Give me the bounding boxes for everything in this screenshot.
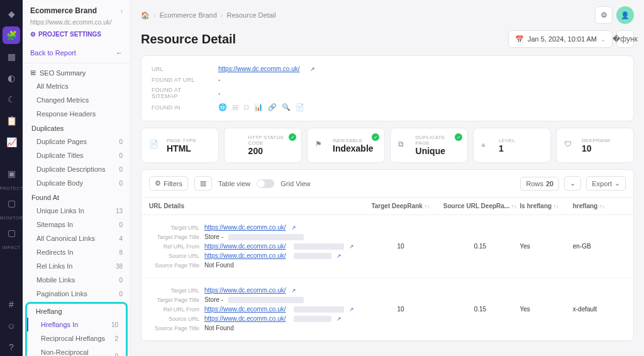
sidebar-item[interactable]: Hreflangs In10 [27, 318, 126, 331]
topbar: 🏠 › Ecommerce Brand › Resource Detail ⚙ … [131, 0, 644, 30]
date-picker[interactable]: 📅 Jan 5, 2024, 10:01 AM ⌄ [508, 30, 613, 48]
external-link-icon[interactable]: ↗ [336, 316, 341, 322]
rail-protect-icon[interactable]: ▣ [3, 165, 20, 182]
sidebar-item[interactable]: All Metrics [23, 79, 130, 93]
sidebar-item[interactable]: Changed Metrics [23, 93, 130, 107]
external-link-icon[interactable]: ↗ [310, 66, 315, 72]
sidebar-item[interactable]: Duplicate Body0 [23, 176, 130, 190]
rail-clipboard-icon[interactable]: 📋 [3, 112, 20, 130]
rail-dashboard-icon[interactable]: ◐ [3, 69, 20, 87]
seo-summary-header[interactable]: ⊞ SEO Summary [23, 64, 130, 79]
settings-button[interactable]: ⚙ [595, 6, 613, 24]
sidebar-item[interactable]: Redirects In8 [23, 245, 130, 259]
stat-icon: 🛡 [564, 140, 575, 151]
external-link-icon[interactable]: ↗ [291, 287, 296, 294]
found-in-icons: 🌐▤⊡📊🔗🔍📄 [218, 103, 304, 111]
sidebar-item[interactable]: Duplicate Descriptions0 [23, 162, 130, 176]
col-source-deeprank[interactable]: Source URL DeepRa... ↑↓ [440, 203, 519, 209]
link-icon: 🔗 [268, 103, 277, 111]
rel-url-link[interactable]: https://www.dc.ecomm.co.uk/ [204, 243, 286, 250]
rail-monitor-icon[interactable]: ▢ [3, 194, 20, 212]
target-url-link[interactable]: https://www.dc.ecomm.co.uk/ [204, 287, 286, 294]
brand-url: https://www.dc.ecomm.co.uk/ [23, 19, 130, 26]
chevron-right-icon[interactable]: › [121, 8, 123, 14]
search-icon: 🔍 [282, 103, 291, 111]
col-is-hreflang[interactable]: Is hreflang ↑↓ [520, 203, 573, 209]
resource-url[interactable]: https://www.dc.ecomm.co.uk/ [218, 65, 300, 72]
sidebar-item[interactable]: All Canonical Links4 [23, 231, 130, 245]
doc-icon: 📄 [296, 103, 304, 111]
share-button[interactable]: �функ [616, 30, 634, 48]
sidebar-item[interactable]: Unique Links In13 [23, 204, 130, 218]
stat-card: 📄PAGE TYPEHTML [141, 128, 219, 163]
rail-impact-icon[interactable]: ▢ [3, 224, 20, 242]
stat-icon [232, 140, 242, 151]
sidebar-item[interactable]: Duplicate Titles0 [23, 148, 130, 162]
project-settings-link[interactable]: ⚙ PROJECT SETTINGS [23, 26, 130, 43]
stat-icon: ⟁ [481, 140, 492, 151]
external-link-icon[interactable]: ↗ [349, 243, 354, 250]
canonical-icon: ⊡ [243, 103, 249, 111]
check-icon: ✓ [455, 133, 462, 141]
stat-card: 🛡DEEPRANK10 [556, 128, 634, 163]
col-url-details[interactable]: URL Details [149, 203, 361, 209]
rel-url-link[interactable]: https://www.dc.ecomm.co.uk/ [204, 306, 286, 313]
sidebar-item[interactable]: Sitemaps In0 [23, 218, 130, 231]
rail-smile-icon[interactable]: ☺ [3, 317, 20, 335]
hreflang-header[interactable]: Hreflang [27, 304, 126, 318]
chevron-down-icon: ⌄ [601, 36, 606, 43]
sliders-icon: ⚙ [155, 179, 161, 187]
rail-apps-icon[interactable]: ▦ [3, 48, 20, 65]
col-target-deeprank[interactable]: Target DeepRank ↑↓ [361, 203, 440, 209]
back-to-report[interactable]: Back to Report ← [23, 43, 130, 64]
gear-icon: ⚙ [30, 31, 36, 38]
crumb-brand[interactable]: Ecommerce Brand [160, 11, 217, 19]
sidebar-item[interactable]: Reciprocal Hreflangs2 [27, 331, 126, 345]
rail-help-icon[interactable]: ? [3, 338, 20, 356]
grid-icon: ⊞ [30, 69, 36, 77]
sidebar-item[interactable]: Duplicate Pages0 [23, 135, 130, 148]
grid-view-label: Grid View [280, 180, 310, 187]
stat-card: ⧉DUPLICATE PAGEUnique✓ [390, 128, 468, 163]
columns-button[interactable]: ▥ [194, 176, 212, 191]
rows-dropdown[interactable]: ⌄ [564, 176, 581, 191]
target-url-link[interactable]: https://www.dc.ecomm.co.uk/ [204, 224, 286, 231]
source-url-link[interactable]: https://www.dc.ecomm.co.uk/ [204, 252, 286, 259]
external-link-icon[interactable]: ↗ [336, 253, 341, 259]
sidebar-item[interactable]: Non-Reciprocal Hreflangs0 [27, 345, 126, 356]
external-link-icon[interactable]: ↗ [349, 306, 354, 313]
duplicates-header[interactable]: Duplicates [23, 121, 130, 135]
rail-analyze[interactable]: 🧩 [3, 26, 20, 44]
export-button[interactable]: Export ⌄ [586, 176, 626, 191]
stat-icon: ⧉ [398, 140, 409, 151]
rail-logo[interactable]: ◆ [3, 5, 20, 23]
table-row: Target URLhttps://www.dc.ecomm.co.uk/ ↗T… [142, 278, 633, 341]
rail-monitor-label: MONITOR [0, 216, 23, 220]
rows-selector[interactable]: Rows 20 [520, 177, 559, 191]
col-hreflang[interactable]: hreflang ↑↓ [573, 203, 626, 209]
sidebar-item[interactable]: Pagination Links0 [23, 287, 130, 301]
stat-card: HTTP STATUS CODE200✓ [224, 128, 302, 163]
calendar-icon: 📅 [515, 35, 524, 43]
sidebar-item[interactable]: Rel Links In38 [23, 259, 130, 273]
page-title: Resource Detail [141, 32, 236, 47]
rail-chart-icon[interactable]: 📈 [3, 133, 20, 151]
arrow-left-icon: ← [116, 49, 123, 57]
rail-hash-icon[interactable]: # [3, 296, 20, 313]
home-icon[interactable]: 🏠 [141, 11, 150, 19]
columns-icon: ▥ [200, 179, 206, 187]
avatar[interactable]: 👤 [616, 6, 634, 24]
external-link-icon[interactable]: ↗ [291, 225, 296, 231]
table-view-label: Table view [218, 180, 250, 187]
source-url-link[interactable]: https://www.dc.ecomm.co.uk/ [204, 315, 286, 322]
view-toggle[interactable] [257, 179, 274, 188]
sitemap-icon: ▤ [232, 103, 238, 111]
left-rail: ◆ 🧩 ▦ ◐ ☾ 📋 📈 ▣ PROTECT ▢ MONITOR ▢ IMPA… [0, 0, 23, 356]
sidebar-item[interactable]: Response Headers [23, 107, 130, 121]
sidebar-item[interactable]: Mobile Links0 [23, 273, 130, 287]
main-content: 🏠 › Ecommerce Brand › Resource Detail ⚙ … [131, 0, 644, 356]
brand-name: Ecommerce Brand [30, 6, 97, 15]
rail-moon-icon[interactable]: ☾ [3, 91, 20, 108]
filters-button[interactable]: ⚙Filters [149, 176, 188, 191]
found-at-header[interactable]: Found At [23, 190, 130, 204]
